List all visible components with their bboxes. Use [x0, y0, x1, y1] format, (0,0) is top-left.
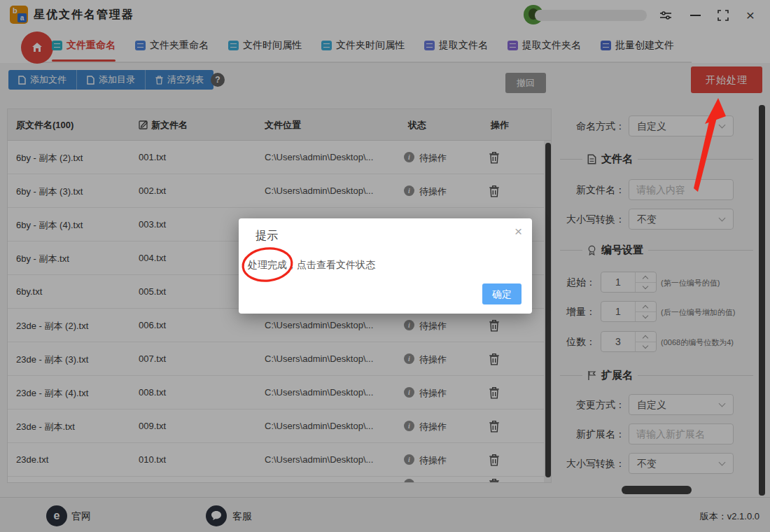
dialog-ok-button[interactable]: 确定	[482, 284, 522, 304]
dialog-message: 处理完成，点击查看文件状态	[248, 259, 375, 272]
alert-dialog: 提示 × 处理完成，点击查看文件状态 确定	[239, 218, 532, 314]
dialog-close-icon[interactable]: ×	[514, 224, 522, 239]
dialog-title: 提示	[255, 229, 278, 244]
